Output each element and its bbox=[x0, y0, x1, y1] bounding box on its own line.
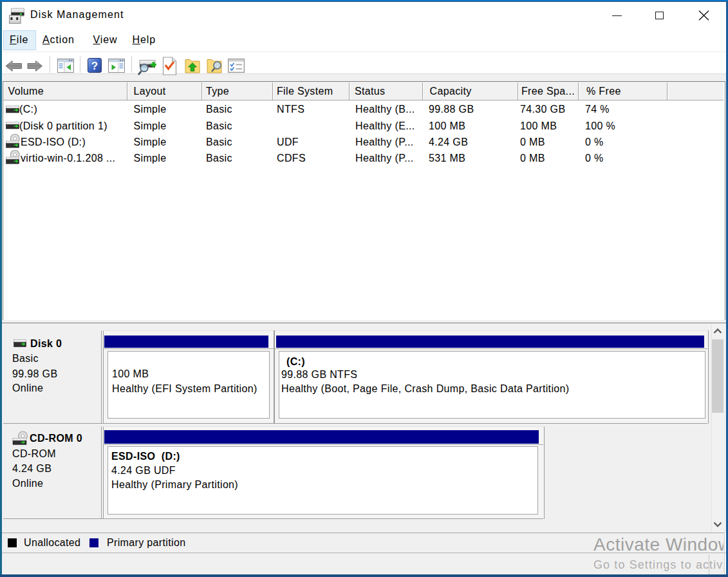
svg-text:?: ? bbox=[91, 60, 98, 72]
